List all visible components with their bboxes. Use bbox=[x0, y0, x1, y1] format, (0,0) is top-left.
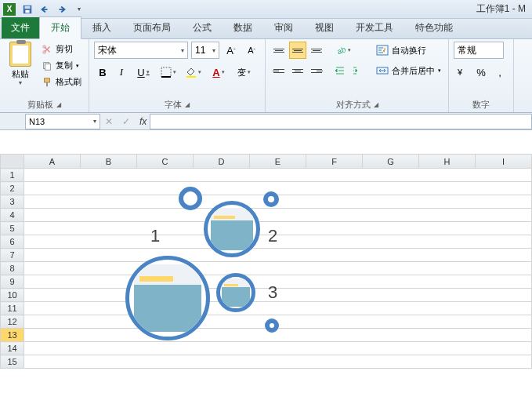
enter-button[interactable]: ✓ bbox=[119, 115, 133, 129]
excel-app-icon: X bbox=[3, 3, 16, 16]
italic-button[interactable]: I bbox=[113, 64, 130, 81]
tab-formulas[interactable]: 公式 bbox=[182, 17, 223, 38]
font-name-combo[interactable]: 宋体 ▾ bbox=[94, 42, 188, 59]
align-right-button[interactable] bbox=[308, 62, 325, 79]
cell[interactable] bbox=[24, 169, 532, 182]
alignment-dialog-launcher[interactable]: ◢ bbox=[374, 101, 378, 108]
row-header[interactable]: 6 bbox=[1, 235, 24, 249]
row-header[interactable]: 11 bbox=[1, 302, 24, 315]
cell[interactable] bbox=[24, 275, 532, 289]
col-header[interactable]: B bbox=[81, 155, 137, 169]
cell[interactable] bbox=[24, 182, 532, 195]
tab-page-layout[interactable]: 页面布局 bbox=[122, 17, 182, 38]
row-header[interactable]: 3 bbox=[1, 195, 24, 209]
underline-button[interactable]: U▾ bbox=[132, 64, 155, 81]
cell[interactable] bbox=[24, 209, 532, 222]
cell[interactable] bbox=[24, 289, 532, 302]
row-header[interactable]: 12 bbox=[1, 315, 24, 329]
cell[interactable] bbox=[24, 222, 532, 235]
fx-icon[interactable]: fx bbox=[139, 116, 147, 127]
cell[interactable] bbox=[24, 195, 532, 209]
tab-data[interactable]: 数据 bbox=[223, 17, 263, 38]
qat-save-button[interactable] bbox=[20, 2, 35, 16]
cut-button[interactable]: 剪切 bbox=[39, 42, 84, 56]
align-left-button[interactable] bbox=[270, 62, 288, 79]
row-header[interactable]: 4 bbox=[1, 209, 24, 222]
row-header[interactable]: 2 bbox=[1, 182, 24, 195]
tab-special[interactable]: 特色功能 bbox=[404, 17, 464, 38]
cell[interactable] bbox=[24, 249, 532, 262]
percent-button[interactable]: % bbox=[472, 64, 490, 81]
group-font: 宋体 ▾ 11 ▾ Aˆ Aˇ B I U▾ ▾ bbox=[89, 39, 266, 112]
clipboard-dialog-launcher[interactable]: ◢ bbox=[56, 101, 61, 108]
paste-button[interactable]: 粘贴 ▼ bbox=[5, 42, 36, 86]
font-color-button[interactable]: A ▾ bbox=[207, 64, 230, 81]
row-header[interactable]: 15 bbox=[1, 355, 24, 369]
col-header[interactable]: A bbox=[24, 155, 81, 169]
wrap-text-button[interactable]: 自动换行 bbox=[374, 42, 443, 59]
cell[interactable] bbox=[24, 329, 532, 342]
format-painter-button[interactable]: 格式刷 bbox=[39, 75, 84, 89]
bold-button[interactable]: B bbox=[94, 64, 111, 81]
border-button[interactable]: ▾ bbox=[157, 64, 180, 81]
select-all-corner[interactable] bbox=[1, 155, 24, 169]
phonetic-button[interactable]: 变 ▾ bbox=[232, 64, 255, 81]
align-middle-button[interactable] bbox=[289, 42, 306, 59]
increase-font-button[interactable]: Aˆ bbox=[223, 42, 240, 59]
fill-color-button[interactable]: ▾ bbox=[182, 64, 205, 81]
svg-rect-7 bbox=[45, 78, 50, 82]
row-header[interactable]: 8 bbox=[1, 262, 24, 275]
formula-input[interactable] bbox=[150, 114, 532, 129]
cell[interactable] bbox=[24, 355, 532, 369]
tab-review[interactable]: 审阅 bbox=[263, 17, 304, 38]
row-header[interactable]: 9 bbox=[1, 275, 24, 289]
col-header[interactable]: C bbox=[137, 155, 194, 169]
cell[interactable] bbox=[24, 235, 532, 249]
col-header[interactable]: E bbox=[250, 155, 306, 169]
cell[interactable] bbox=[24, 262, 532, 275]
col-header[interactable]: G bbox=[363, 155, 419, 169]
tab-insert[interactable]: 插入 bbox=[81, 17, 122, 38]
align-top-button[interactable] bbox=[270, 42, 288, 59]
cell[interactable] bbox=[24, 342, 532, 355]
decrease-indent-button[interactable] bbox=[331, 62, 349, 79]
align-bottom-button[interactable] bbox=[308, 42, 325, 59]
copy-icon bbox=[42, 60, 52, 71]
fill-color-icon bbox=[186, 67, 197, 78]
svg-text:¥: ¥ bbox=[457, 67, 463, 77]
tab-home[interactable]: 开始 bbox=[39, 16, 81, 39]
cell[interactable] bbox=[24, 302, 532, 315]
comma-button[interactable]: , bbox=[491, 64, 508, 81]
qat-undo-button[interactable] bbox=[37, 2, 52, 16]
number-format-combo[interactable]: 常规 bbox=[454, 42, 504, 59]
cell[interactable] bbox=[24, 315, 532, 329]
row-header[interactable]: 14 bbox=[1, 342, 24, 355]
cell-grid[interactable]: A B C D E F G H I 1 2 3 4 5 6 7 8 9 10 1… bbox=[0, 154, 532, 369]
tab-developer[interactable]: 开发工具 bbox=[345, 17, 404, 38]
col-header[interactable]: I bbox=[476, 155, 532, 169]
increase-indent-button[interactable] bbox=[350, 62, 367, 79]
cancel-button[interactable]: ✕ bbox=[102, 115, 116, 129]
tab-view[interactable]: 视图 bbox=[304, 17, 345, 38]
qat-redo-button[interactable] bbox=[54, 2, 70, 16]
align-center-button[interactable] bbox=[289, 62, 306, 79]
col-header[interactable]: F bbox=[306, 155, 363, 169]
name-box[interactable]: N13 ▾ bbox=[25, 114, 100, 129]
row-header-selected[interactable]: 13 bbox=[1, 329, 24, 342]
wrap-text-icon bbox=[376, 44, 389, 56]
font-size-combo[interactable]: 11 ▾ bbox=[191, 42, 219, 59]
currency-button[interactable]: ¥ bbox=[454, 64, 471, 81]
font-dialog-launcher[interactable]: ◢ bbox=[185, 101, 190, 108]
copy-button[interactable]: 复制 ▾ bbox=[39, 58, 84, 73]
row-header[interactable]: 5 bbox=[1, 222, 24, 235]
row-header[interactable]: 10 bbox=[1, 289, 24, 302]
row-header[interactable]: 7 bbox=[1, 249, 24, 262]
decrease-font-button[interactable]: Aˇ bbox=[243, 42, 260, 59]
merge-center-button[interactable]: 合并后居中 ▾ bbox=[374, 62, 443, 79]
col-header[interactable]: H bbox=[419, 155, 476, 169]
tab-file[interactable]: 文件 bbox=[2, 17, 39, 38]
col-header[interactable]: D bbox=[194, 155, 250, 169]
row-header[interactable]: 1 bbox=[1, 169, 24, 182]
orientation-button[interactable]: ab ▾ bbox=[331, 42, 355, 59]
qat-customize-dropdown[interactable]: ▾ bbox=[71, 2, 87, 16]
